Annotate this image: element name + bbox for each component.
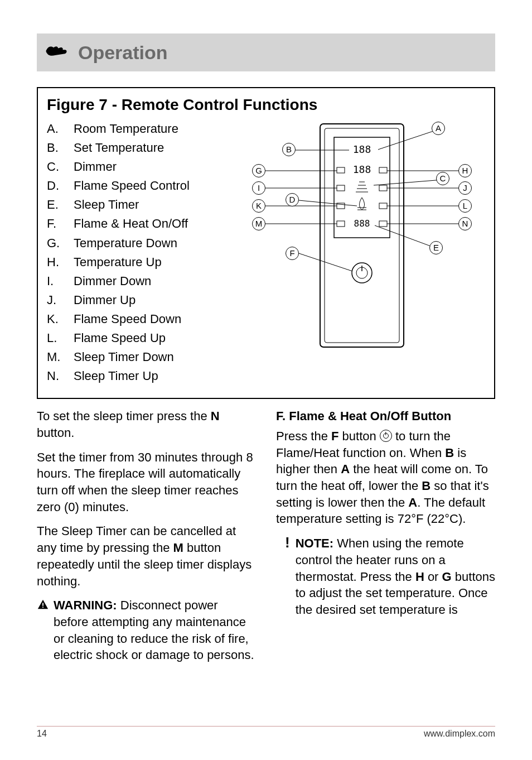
section-f-heading: F. Flame & Heat On/Off Button xyxy=(276,408,495,425)
svg-line-26 xyxy=(299,253,352,271)
legend-text: Temperature Down xyxy=(74,234,177,253)
sleep-timer-cancel-paragraph: The Sleep Timer can be cancelled at any … xyxy=(37,523,256,589)
legend-text: Sleep Timer Down xyxy=(74,348,174,367)
legend-text: Sleep Timer Up xyxy=(74,367,158,386)
right-column: F. Flame & Heat On/Off Button Press the … xyxy=(276,408,495,663)
legend-letter: G. xyxy=(47,234,61,253)
section-header: Operation xyxy=(37,33,495,71)
legend-item: E.Sleep Timer xyxy=(47,195,231,214)
callout-E: E xyxy=(429,241,443,254)
callout-N: N xyxy=(458,217,472,230)
callout-J: J xyxy=(458,181,472,195)
legend-item: B.Set Temperature xyxy=(47,138,231,157)
legend-letter: N. xyxy=(47,367,61,386)
legend-item: N.Sleep Timer Up xyxy=(47,367,231,386)
legend-letter: F. xyxy=(47,214,61,233)
note-block: ! NOTE: When using the remote control th… xyxy=(276,535,495,618)
warning-block: WARNING: Disconnect power before attempt… xyxy=(37,597,256,663)
svg-rect-5 xyxy=(379,167,387,173)
legend-item: G.Temperature Down xyxy=(47,234,231,253)
left-column: To set the sleep timer press the N butto… xyxy=(37,408,256,663)
legend-text: Flame Speed Up xyxy=(74,329,166,348)
legend-item: A.Room Temperature xyxy=(47,119,231,138)
legend-item: M.Sleep Timer Down xyxy=(47,348,231,367)
legend-item: F.Flame & Heat On/Off xyxy=(47,214,231,233)
callout-A: A xyxy=(432,122,445,135)
callout-K: K xyxy=(252,199,265,213)
figure-legend: A.Room TemperatureB.Set TemperatureC.Dim… xyxy=(47,119,231,386)
legend-item: K.Flame Speed Down xyxy=(47,310,231,329)
legend-letter: C. xyxy=(47,157,61,176)
remote-svg: 188 188 xyxy=(242,119,482,359)
lcd-top: 188 xyxy=(353,143,371,155)
figure-title: Figure 7 - Remote Control Functions xyxy=(47,96,485,114)
callout-L: L xyxy=(458,199,472,213)
footer-url: www.dimplex.com xyxy=(424,729,495,739)
legend-item: C.Dimmer xyxy=(47,157,231,176)
svg-rect-3 xyxy=(337,167,345,173)
section-title: Operation xyxy=(78,42,168,64)
warning-label: WARNING: xyxy=(54,598,117,612)
callout-M: M xyxy=(252,217,265,230)
legend-text: Sleep Timer xyxy=(74,195,139,214)
callout-H: H xyxy=(458,164,472,177)
svg-rect-0 xyxy=(320,124,404,347)
legend-letter: B. xyxy=(47,138,61,157)
svg-rect-34 xyxy=(42,603,43,607)
svg-rect-13 xyxy=(379,203,387,209)
callout-I: I xyxy=(252,181,265,195)
page-footer: 14 www.dimplex.com xyxy=(37,726,495,739)
warning-icon xyxy=(37,599,49,611)
legend-letter: A. xyxy=(47,119,61,138)
power-icon xyxy=(380,430,392,442)
legend-item: H.Temperature Up xyxy=(47,253,231,272)
legend-letter: E. xyxy=(47,195,61,214)
callout-D: D xyxy=(286,193,299,206)
callout-C: C xyxy=(436,172,449,185)
svg-rect-14 xyxy=(337,221,345,227)
legend-text: Set Temperature xyxy=(74,138,164,157)
svg-text:888: 888 xyxy=(354,218,370,229)
page-number: 14 xyxy=(37,729,47,739)
flame-heat-paragraph: Press the F button to turn the Flame/Hea… xyxy=(276,428,495,527)
legend-letter: H. xyxy=(47,253,61,272)
legend-letter: I. xyxy=(47,272,61,291)
legend-text: Temperature Up xyxy=(74,253,162,272)
svg-line-27 xyxy=(378,129,438,150)
legend-text: Flame & Heat On/Off xyxy=(74,214,188,233)
remote-diagram: 188 188 xyxy=(242,119,485,386)
legend-letter: L. xyxy=(47,329,61,348)
legend-text: Room Temperature xyxy=(74,119,178,138)
legend-item: L.Flame Speed Up xyxy=(47,329,231,348)
legend-letter: M. xyxy=(47,348,61,367)
svg-rect-11 xyxy=(379,185,387,191)
callout-F: F xyxy=(286,247,299,260)
legend-letter: D. xyxy=(47,176,61,195)
legend-text: Flame Speed Control xyxy=(74,176,190,195)
legend-letter: K. xyxy=(47,310,61,329)
legend-text: Dimmer Up xyxy=(74,291,136,310)
legend-item: J.Dimmer Up xyxy=(47,291,231,310)
svg-line-29 xyxy=(374,180,443,185)
pointing-hand-icon xyxy=(43,41,68,64)
svg-rect-6 xyxy=(337,185,345,191)
legend-text: Flame Speed Down xyxy=(74,310,181,329)
legend-item: I.Dimmer Down xyxy=(47,272,231,291)
legend-text: Dimmer xyxy=(74,157,117,176)
svg-line-23 xyxy=(299,200,357,206)
legend-text: Dimmer Down xyxy=(74,272,151,291)
svg-rect-1 xyxy=(325,128,399,343)
figure-7-box: Figure 7 - Remote Control Functions A.Ro… xyxy=(37,87,495,399)
sleep-timer-range-paragraph: Set the timer from 30 minutes through 8 … xyxy=(37,449,256,516)
legend-item: D.Flame Speed Control xyxy=(47,176,231,195)
svg-rect-16 xyxy=(379,221,387,227)
callout-G: G xyxy=(252,164,265,177)
svg-line-33 xyxy=(375,225,435,248)
note-label: NOTE: xyxy=(296,536,333,550)
svg-text:188: 188 xyxy=(353,163,371,175)
sleep-timer-set-paragraph: To set the sleep timer press the N butto… xyxy=(37,408,256,441)
callout-B: B xyxy=(282,143,296,156)
svg-rect-35 xyxy=(42,607,43,608)
legend-letter: J. xyxy=(47,291,61,310)
note-icon: ! xyxy=(285,535,290,550)
